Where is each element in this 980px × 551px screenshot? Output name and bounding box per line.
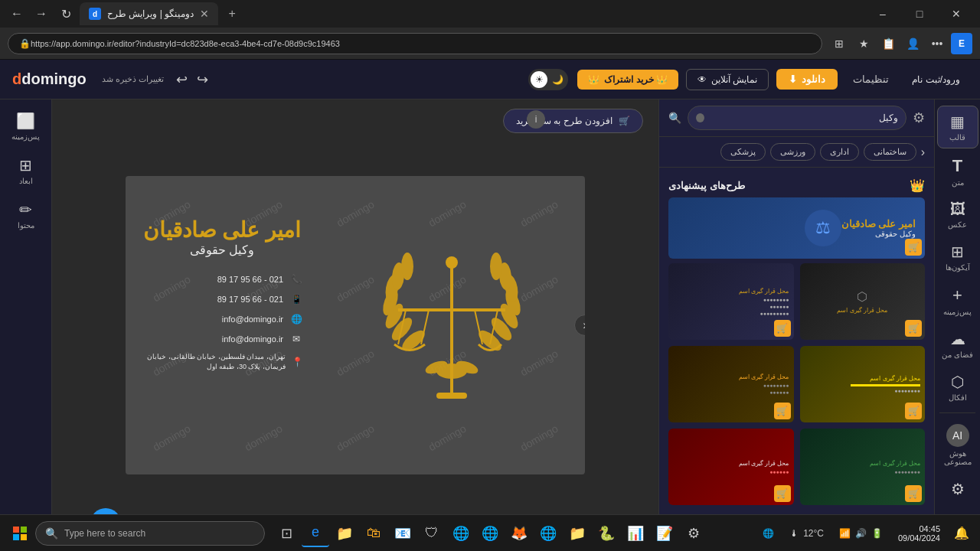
word-taskbar-button[interactable]: 📝: [651, 520, 678, 547]
sound-icon: 🔊: [855, 528, 867, 539]
preview-button[interactable]: 👁 نمایش آنلاین: [686, 69, 769, 90]
dimensions-icon: ⊞: [19, 156, 32, 174]
info-badge[interactable]: i: [527, 110, 545, 129]
tool-background[interactable]: + پس‌زمینه: [937, 279, 978, 322]
globe-icon: 🌐: [289, 312, 303, 326]
template-2-cart: 🛒: [905, 320, 922, 337]
theme-light-button[interactable]: ☀: [531, 71, 547, 88]
tool-photo-label: عکس: [948, 220, 967, 229]
vpn-taskbar-button[interactable]: 🛡: [418, 520, 446, 547]
category-medical[interactable]: پزشکی: [720, 143, 766, 161]
start-button[interactable]: [6, 520, 34, 547]
network-status[interactable]: 🌐: [756, 525, 780, 542]
edge-taskbar-button[interactable]: e: [302, 520, 329, 547]
chrome2-taskbar-button[interactable]: 🌐: [476, 520, 504, 547]
tool-text[interactable]: T متن: [937, 150, 978, 193]
template-search-input[interactable]: [709, 112, 898, 123]
close-button[interactable]: ✕: [939, 0, 974, 28]
sidebar-background-label: پس‌زمینه: [11, 132, 40, 141]
filter-button[interactable]: ⚙: [913, 109, 925, 126]
back-button[interactable]: ←: [6, 3, 28, 24]
scales-of-justice-svg: [360, 218, 544, 432]
weather-widget[interactable]: 🌡 12°C: [783, 525, 830, 542]
taskbar-search-box[interactable]: 🔍 Type here to search: [35, 521, 265, 546]
sidebar-item-dimensions[interactable]: ⊞ ابعاد: [4, 150, 48, 191]
template-card-5[interactable]: محل قرار گیری اسم ●●●●●● 🛒: [668, 429, 794, 505]
edge-icon: E: [951, 33, 972, 54]
files-taskbar-button[interactable]: 📁: [564, 520, 591, 547]
svg-rect-27: [13, 534, 19, 540]
template-card-3[interactable]: محل قرار گیری اسم ●●●●●●●● ●●●●●● 🛒: [668, 346, 794, 422]
extensions-button[interactable]: ⊞: [828, 33, 850, 54]
eye-icon: 👁: [697, 74, 707, 85]
categories-prev-button[interactable]: ‹: [921, 145, 925, 159]
settings-button[interactable]: تنظیمات: [845, 69, 897, 90]
featured-subtitle: وکیل حقوقی: [841, 230, 916, 238]
tool-photo[interactable]: 🖼 عکس: [937, 194, 978, 235]
buy-subscription-button[interactable]: 👑 خرید اشتراک 👑: [577, 70, 678, 90]
add-to-cart-button[interactable]: 🛒 افزودن طرح به سبد خرید: [503, 109, 643, 133]
browser-tab[interactable]: d دومینگو | ویرایش طرح ✕: [80, 2, 218, 25]
tool-effects[interactable]: ⬡ افکال: [937, 367, 978, 408]
tor-taskbar-button[interactable]: 🌐: [534, 520, 562, 547]
system-clock[interactable]: 04:45 09/04/2024: [892, 523, 946, 544]
sidebar-item-content[interactable]: ✏ محتوا: [4, 194, 48, 236]
theme-toggle[interactable]: ☀ 🌙: [528, 69, 568, 90]
store-taskbar-button[interactable]: 🛍: [360, 520, 387, 547]
tool-template[interactable]: ▦ قالب: [937, 106, 978, 148]
refresh-button[interactable]: ↻: [55, 3, 77, 24]
download-button[interactable]: ⬇ دانلود: [776, 69, 838, 90]
design-image-area: [318, 176, 585, 474]
design-content: امیر علی صادقیان وکیل حقوقی 📞 021 - 66 9…: [126, 176, 585, 474]
address-input[interactable]: 🔒 https://app.domingo.ir/editor?industry…: [8, 33, 822, 54]
redo-button[interactable]: ↪: [194, 68, 211, 91]
featured-text: امیر علی صادقیان وکیل حقوقی: [841, 218, 916, 238]
template-card-featured[interactable]: ⚖ امیر علی صادقیان وکیل حقوقی 🛒: [668, 197, 925, 259]
more-button[interactable]: •••: [926, 33, 948, 54]
tool-icons[interactable]: ⊞ آیکون‌ها: [937, 236, 978, 278]
python-taskbar-button[interactable]: 🐍: [593, 520, 620, 547]
system-tray[interactable]: 📶 🔊 🔋: [833, 525, 889, 542]
login-button[interactable]: ورود/ثبت نام: [904, 70, 968, 90]
far-right-sidebar: ▦ قالب T متن 🖼 عکس ⊞ آیکون‌ها + پس‌زمینه…: [934, 99, 980, 551]
tool-myspace[interactable]: ☁ فضای من: [937, 324, 978, 365]
browser-chrome: ← → ↻ d دومینگو | ویرایش طرح ✕ + – □ ✕ 🔒…: [0, 0, 980, 60]
app-logo: ddomingo: [12, 70, 87, 88]
template-card-4[interactable]: محل قرار گیری اسم ●●●●●●●● 🛒: [800, 346, 926, 422]
template-card-2[interactable]: ⬡ محل قرار گیری اسم 🛒: [800, 263, 926, 340]
template-icon: ▦: [950, 112, 965, 131]
minimize-button[interactable]: –: [865, 0, 900, 28]
profile-button[interactable]: 👤: [902, 33, 923, 54]
firefox-taskbar-button[interactable]: 🦊: [505, 520, 533, 547]
tab-close-button[interactable]: ✕: [200, 8, 209, 20]
category-building[interactable]: ساختمانی: [864, 143, 916, 161]
task-view-button[interactable]: ⊡: [273, 520, 300, 547]
svg-rect-24: [436, 393, 467, 399]
featured-icon: ⚖: [805, 210, 841, 246]
search-button[interactable]: 🔍: [668, 112, 681, 124]
maximize-button[interactable]: □: [902, 0, 937, 28]
tab-favicon: d: [89, 8, 101, 20]
tool-background-label: پس‌زمینه: [943, 308, 972, 316]
new-tab-button[interactable]: +: [221, 3, 243, 24]
chrome-taskbar-button[interactable]: 🌐: [447, 520, 475, 547]
tool-settings[interactable]: ⚙: [937, 474, 978, 504]
template-card-6[interactable]: محل قرار گیری اسم ●●●●●●●● 🛒: [800, 429, 926, 505]
forward-button[interactable]: →: [31, 3, 52, 24]
category-sports[interactable]: ورزشی: [770, 143, 815, 161]
undo-button[interactable]: ↩: [173, 68, 191, 91]
tool-ai[interactable]: AI هوش مصنوعی: [937, 418, 978, 472]
theme-dark-button[interactable]: 🌙: [549, 71, 566, 88]
excel-taskbar-button[interactable]: 📊: [622, 520, 649, 547]
template-search-box[interactable]: [688, 106, 906, 130]
settings-taskbar-button[interactable]: ⚙: [680, 520, 707, 547]
sidebar-item-background[interactable]: ⬜ پس‌زمینه: [4, 106, 48, 147]
collections-button[interactable]: 📋: [877, 33, 899, 54]
explorer-taskbar-button[interactable]: 📁: [331, 520, 358, 547]
notification-button[interactable]: 🔔: [949, 521, 974, 546]
category-office[interactable]: اداری: [820, 143, 859, 161]
favorites-button[interactable]: ★: [853, 33, 874, 54]
weather-icon: 🌡: [789, 528, 799, 539]
mail-taskbar-button[interactable]: 📧: [389, 520, 416, 547]
template-card-1[interactable]: محل قرار گیری اسم ●●●●●●●● ●●●●●● ●●●●●●…: [668, 263, 794, 340]
